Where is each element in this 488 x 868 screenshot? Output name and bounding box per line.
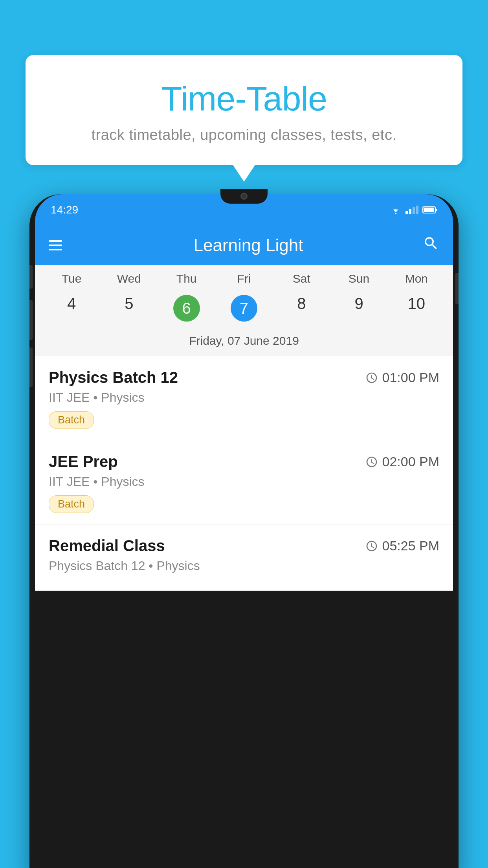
day-numbers: 4 5 6 7 8 9 10 [43, 290, 445, 326]
bubble-title: Time-Table [45, 79, 443, 119]
day-label-thu: Thu [158, 272, 215, 285]
phone-frame: 14:29 [29, 189, 459, 868]
calendar-strip: Tue Wed Thu Fri Sat Sun Mon 4 5 6 7 8 9 … [35, 265, 453, 356]
schedule-item-1-subtitle: IIT JEE • Physics [49, 390, 439, 405]
volume-up-button [29, 300, 33, 340]
svg-rect-2 [435, 209, 437, 211]
volume-down-button [29, 348, 33, 387]
day-10[interactable]: 10 [388, 290, 445, 326]
schedule-item-2-badge: Batch [49, 495, 94, 513]
wifi-icon [390, 205, 402, 215]
clock-icon-3 [365, 540, 378, 552]
schedule-item-2-subtitle: IIT JEE • Physics [49, 474, 439, 489]
schedule-item-3-time: 05:25 PM [365, 538, 439, 554]
day-4[interactable]: 4 [43, 290, 100, 326]
schedule-item-3-subtitle: Physics Batch 12 • Physics [49, 559, 439, 573]
day-5[interactable]: 5 [100, 290, 158, 326]
volume-silent-button [29, 265, 33, 289]
day-7-selected[interactable]: 7 [215, 290, 273, 326]
status-bar: 14:29 [35, 194, 453, 226]
speech-bubble: Time-Table track timetable, upcoming cla… [26, 55, 462, 165]
schedule-item-1-header: Physics Batch 12 01:00 PM [49, 369, 439, 386]
schedule-item-1-title: Physics Batch 12 [49, 369, 178, 386]
schedule-item-1-badge: Batch [49, 411, 94, 429]
schedule-item-3-header: Remedial Class 05:25 PM [49, 537, 439, 555]
schedule-item-1-time: 01:00 PM [365, 370, 439, 385]
schedule-item-2-title: JEE Prep [49, 453, 118, 471]
schedule-list: Physics Batch 12 01:00 PM IIT JEE • Phys… [35, 356, 453, 591]
hamburger-menu-button[interactable] [49, 240, 62, 250]
bubble-subtitle: track timetable, upcoming classes, tests… [45, 127, 443, 143]
day-6-today[interactable]: 6 [158, 290, 215, 326]
app-title: Learning Light [74, 235, 423, 255]
app-bar: Learning Light [35, 226, 453, 265]
schedule-item-2[interactable]: JEE Prep 02:00 PM IIT JEE • Physics Batc… [35, 440, 453, 524]
signal-icon [405, 206, 418, 214]
day-label-tue: Tue [43, 272, 100, 285]
svg-point-0 [395, 213, 396, 214]
schedule-item-3[interactable]: Remedial Class 05:25 PM Physics Batch 12… [35, 524, 453, 591]
day-label-wed: Wed [100, 272, 158, 285]
power-button [455, 273, 459, 304]
schedule-item-2-time: 02:00 PM [365, 454, 439, 469]
day-labels: Tue Wed Thu Fri Sat Sun Mon [43, 272, 445, 285]
day-label-sun: Sun [330, 272, 387, 285]
search-icon[interactable] [423, 235, 439, 256]
schedule-item-1[interactable]: Physics Batch 12 01:00 PM IIT JEE • Phys… [35, 356, 453, 440]
day-label-sat: Sat [273, 272, 330, 285]
phone-outer: 14:29 [29, 194, 459, 868]
day-label-fri: Fri [215, 272, 273, 285]
clock-icon-1 [365, 371, 378, 384]
battery-icon [422, 206, 437, 214]
status-icons [390, 205, 437, 215]
speech-bubble-section: Time-Table track timetable, upcoming cla… [26, 55, 462, 165]
day-label-mon: Mon [388, 272, 445, 285]
clock-icon-2 [365, 456, 378, 468]
status-time: 14:29 [51, 204, 78, 216]
schedule-item-3-title: Remedial Class [49, 537, 165, 555]
svg-rect-3 [424, 208, 434, 212]
day-8[interactable]: 8 [273, 290, 330, 326]
day-9[interactable]: 9 [330, 290, 387, 326]
notch [220, 189, 268, 204]
front-camera [240, 193, 248, 200]
schedule-item-2-header: JEE Prep 02:00 PM [49, 453, 439, 471]
selected-date-label: Friday, 07 June 2019 [43, 331, 445, 352]
